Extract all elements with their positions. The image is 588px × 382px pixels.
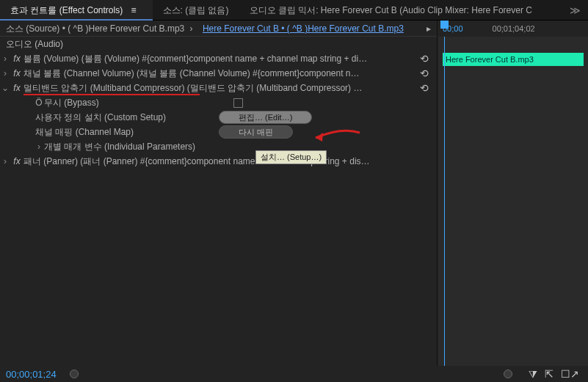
panel-tabs: 효과 컨트롤 (Effect Controls) ≡ 소스: (클립 없음) 오… [0,0,588,21]
main-area: 소스 (Source) • ( ^B )Here Forever Cut B.m… [0,21,588,382]
param-label: 채널 매핑 (Channel Map) [35,126,219,139]
effect-label: 멀티밴드 압축기 (Multiband Compressor) (멀티밴드 압축… [23,82,416,95]
param-label: 무시 (Bypass) [44,97,220,109]
stopwatch-icon[interactable]: Ö [34,98,44,108]
param-channel-map-row: 채널 매핑 (Channel Map) 다시 매핀 [0,125,437,139]
caret-icon[interactable]: › [187,23,196,34]
clip-bar[interactable]: Here Forever Cut B.mp3 [443,53,584,66]
fx-icon[interactable]: fx [10,156,23,166]
tabs-overflow-icon[interactable]: ≫ [562,4,588,16]
in-out-icon[interactable]: ⇱ [545,368,553,381]
panel-menu-icon[interactable]: ≡ [125,5,142,15]
param-label: 개별 매개 변수 (Individual Parameters) [44,141,432,153]
caret-icon[interactable]: › [0,54,10,64]
tab-source-none[interactable]: 소스: (클립 없음) [153,0,239,21]
param-label: 사용자 정의 설치 (Custom Setup) [35,111,219,124]
param-bypass-row[interactable]: Ö 무시 (Bypass) [0,95,437,110]
edit-button[interactable]: 편집… (Edit…) [219,111,312,124]
zoom-handle-right[interactable] [504,370,512,378]
effect-volume-row[interactable]: › fx 볼륨 (Volume) (볼륨 (Volume) #{comment}… [0,51,437,66]
tab-audio-clip-mixer[interactable]: 오디오 클립 믹서: Here Forever Cut B (Audio Cli… [239,0,563,21]
effect-channel-volume-row[interactable]: › fx 채널 볼륨 (Channel Volume) (채널 볼륨 (Chan… [0,66,437,81]
timeline-panel: 00;00 00;01;04;02 Here Forever Cut B.mp3 [438,21,588,366]
fx-icon[interactable]: fx [10,54,23,64]
reset-icon[interactable]: ⟲ [416,82,432,94]
bottom-bar: 00;00;01;24 ⧩ ⇱ ☐↗ [0,366,588,382]
reset-icon[interactable]: ⟲ [416,53,432,65]
param-individual-row[interactable]: › 개별 매개 변수 (Individual Parameters) [0,139,437,154]
timeline-ruler[interactable]: 00;00 00;01;04;02 [438,21,588,37]
caret-down-icon[interactable]: ⌄ [0,83,10,93]
tooltip: 설치… (Setup…) [255,150,327,164]
bypass-checkbox[interactable] [233,98,243,108]
header-toggle-icon[interactable]: ▸ [427,21,431,37]
playhead[interactable] [444,37,445,366]
section-audio: 오디오 (Audio) [0,37,437,51]
timecode-display[interactable]: 00;00;01;24 [0,369,62,380]
fx-icon[interactable]: fx [10,83,23,93]
timeline-tools: ⧩ ⇱ ☐↗ [520,368,588,381]
effect-label: 패너 (Panner) (패너 (Panner) #{comment}compo… [23,155,432,168]
caret-icon[interactable]: › [0,68,10,78]
zoom-handle-left[interactable] [70,370,79,378]
fx-icon[interactable]: fx [10,68,23,78]
caret-icon[interactable]: › [0,156,10,166]
tab-effect-controls[interactable]: 효과 컨트롤 (Effect Controls) ≡ [0,0,153,21]
filter-icon[interactable]: ⧩ [529,368,537,381]
source-clip-name: ( ^B )Here Forever Cut B.mp3 [68,23,184,34]
caret-icon[interactable]: › [34,142,44,152]
remap-button-label: 다시 매핀 [239,128,273,136]
source-prefix: 소스 (Source) • [6,23,65,34]
effect-controls-panel: 소스 (Source) • ( ^B )Here Forever Cut B.m… [0,21,438,366]
effect-label: 볼륨 (Volume) (볼륨 (Volume) #{comment}compo… [23,53,416,65]
remap-button[interactable]: 다시 매핀 [219,125,293,139]
effect-panner-row[interactable]: › fx 패너 (Panner) (패너 (Panner) #{comment}… [0,154,437,169]
source-header: 소스 (Source) • ( ^B )Here Forever Cut B.m… [0,21,437,37]
ruler-end: 00;01;04;02 [493,24,535,33]
param-custom-setup-row: 사용자 정의 설치 (Custom Setup) 편집… (Edit…) [0,110,437,125]
tab-label: 효과 컨트롤 (Effect Controls) [10,5,123,15]
sequence-clip-link[interactable]: Here Forever Cut B • ( ^B )Here Forever … [203,23,404,34]
effect-multiband-row[interactable]: ⌄ fx 멀티밴드 압축기 (Multiband Compressor) (멀티… [0,81,437,95]
reset-icon[interactable]: ⟲ [416,67,432,79]
zoom-scrollbar[interactable] [70,372,512,376]
export-icon[interactable]: ☐↗ [561,368,579,381]
effect-label: 채널 볼륨 (Channel Volume) (채널 볼륨 (Channel V… [23,67,416,80]
annotation-underline [23,94,200,95]
timeline-body[interactable]: Here Forever Cut B.mp3 [438,37,588,366]
